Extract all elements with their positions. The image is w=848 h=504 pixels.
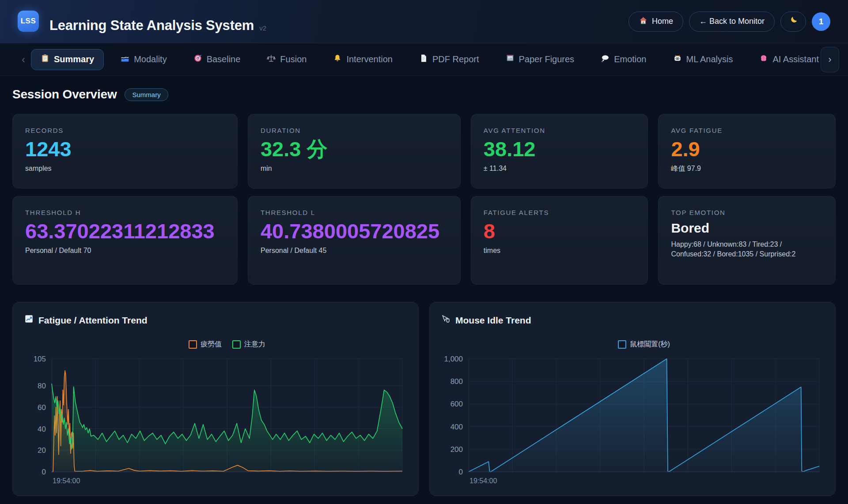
- legend-label: 鼠標闒置(秒): [630, 340, 670, 349]
- mouse-icon: [441, 314, 450, 327]
- legend-swatch: [189, 340, 197, 349]
- app-title: Learning State Analysis System: [49, 19, 254, 32]
- svg-text:0: 0: [459, 468, 463, 476]
- tabs-scroll-right-button[interactable]: ›: [821, 47, 839, 72]
- legend-item[interactable]: 注意力: [232, 340, 265, 349]
- moon-icon: [788, 15, 798, 27]
- back-to-monitor-label: ← Back to Monitor: [699, 17, 765, 26]
- page-title: Session Overview: [12, 87, 117, 102]
- svg-text:600: 600: [450, 400, 463, 408]
- home-button-label: Home: [652, 17, 673, 26]
- notification-badge[interactable]: 1: [812, 12, 830, 31]
- tab-emotion[interactable]: Emotion: [591, 49, 656, 70]
- card-label: DURATION: [261, 126, 448, 135]
- clipboard-icon: [41, 54, 49, 65]
- dark-mode-toggle[interactable]: [780, 11, 806, 32]
- svg-text:80: 80: [38, 382, 46, 390]
- svg-text:105: 105: [34, 355, 46, 363]
- card-sub: ± 11.34: [484, 164, 636, 173]
- wave-icon: [121, 54, 129, 65]
- section-header: Session Overview Summary: [12, 87, 836, 102]
- tab-baseline[interactable]: Baseline: [184, 49, 250, 70]
- metric-card-top-emotion: TOP EMOTION Bored Happy:68 / Unknown:83 …: [658, 196, 836, 285]
- legend-item[interactable]: 疲勞值: [189, 340, 222, 349]
- tab-bar: ‹ Summary Modality: [0, 43, 848, 76]
- robot-icon: [673, 54, 682, 65]
- app-header: LSS Learning State Analysis System v2 Ho…: [0, 0, 848, 43]
- metric-card-grid: RECORDS 1243 samples DURATION 32.3 分 min…: [12, 114, 836, 285]
- tab-ml-analysis[interactable]: ML Analysis: [663, 49, 743, 70]
- chart-legend: 疲勞值 注意力: [24, 337, 407, 352]
- card-label: THRESHOLD H: [25, 208, 225, 218]
- app-logo: LSS: [18, 11, 39, 32]
- svg-text:0: 0: [42, 468, 46, 476]
- card-sub: Happy:68 / Unknown:83 / Tired:23 / Confu…: [671, 240, 823, 260]
- legend-item[interactable]: 鼠標闒置(秒): [618, 340, 670, 349]
- svg-text:400: 400: [450, 423, 463, 431]
- svg-text:40: 40: [38, 425, 46, 433]
- legend-swatch: [232, 340, 241, 349]
- metric-card-avg-attention: AVG ATTENTION 38.12 ± 11.34: [471, 114, 648, 188]
- chart-legend: 鼠標闒置(秒): [441, 337, 824, 352]
- tab-intervention[interactable]: Intervention: [323, 49, 402, 70]
- metric-card-threshold-h: THRESHOLD H 63.37022311212833 Personal /…: [12, 196, 238, 285]
- tab-label: ML Analysis: [686, 54, 733, 64]
- card-sub: min: [261, 164, 448, 173]
- thought-balloon-icon: [601, 54, 610, 65]
- tab-summary[interactable]: Summary: [31, 49, 104, 70]
- card-label: THRESHOLD L: [261, 208, 448, 218]
- card-value: 63.37022311212833: [25, 219, 225, 244]
- panel-title-label: Fatigue / Attention Trend: [38, 314, 148, 327]
- brand: LSS Learning State Analysis System v2: [18, 11, 266, 32]
- legend-swatch: [618, 340, 626, 349]
- tab-ai-assistant[interactable]: AI Assistant: [750, 49, 829, 70]
- fatigue-attention-chart: 02040608010519:54:00: [24, 355, 407, 488]
- brain-icon: [759, 54, 768, 65]
- document-icon: [419, 54, 428, 65]
- card-sub: times: [484, 246, 636, 256]
- house-icon: [639, 16, 648, 27]
- card-value: 32.3 分: [261, 137, 448, 162]
- chart-panels: Fatigue / Attention Trend 疲勞值 注意力 020406…: [12, 302, 836, 496]
- tab-label: Paper Figures: [519, 54, 575, 64]
- tab-paper-figures[interactable]: Paper Figures: [496, 49, 584, 70]
- mouse-idle-panel: Mouse Idle Trend 鼠標闒置(秒) 02004006008001,…: [429, 302, 836, 496]
- header-actions: Home ← Back to Monitor 1: [628, 11, 830, 32]
- tab-list: Summary Modality Baseline: [31, 49, 848, 70]
- back-to-monitor-button[interactable]: ← Back to Monitor: [689, 11, 775, 32]
- card-value: Bored: [671, 219, 823, 237]
- fatigue-attention-panel: Fatigue / Attention Trend 疲勞值 注意力 020406…: [12, 302, 419, 496]
- metric-card-duration: DURATION 32.3 分 min: [248, 114, 461, 188]
- panel-title: Fatigue / Attention Trend: [24, 314, 407, 327]
- picture-frame-icon: [506, 54, 515, 65]
- tab-modality[interactable]: Modality: [111, 49, 176, 70]
- card-value: 38.12: [484, 137, 636, 162]
- tab-label: Summary: [54, 54, 94, 64]
- svg-text:60: 60: [38, 403, 46, 412]
- version-label: v2: [259, 25, 266, 32]
- card-label: TOP EMOTION: [671, 208, 823, 218]
- chart-series-area: [469, 359, 819, 472]
- home-button[interactable]: Home: [628, 11, 683, 32]
- tab-pdf-report[interactable]: PDF Report: [409, 49, 489, 70]
- card-label: AVG FATIGUE: [671, 126, 823, 135]
- tab-fusion[interactable]: Fusion: [257, 49, 316, 70]
- status-badge: Summary: [125, 88, 168, 101]
- svg-text:19:54:00: 19:54:00: [53, 477, 80, 485]
- tab-label: AI Assistant: [772, 54, 819, 64]
- target-icon: [193, 54, 202, 65]
- panel-title-label: Mouse Idle Trend: [455, 314, 531, 327]
- card-sub: samples: [25, 164, 225, 173]
- card-label: AVG ATTENTION: [484, 126, 636, 135]
- legend-label: 注意力: [244, 340, 265, 349]
- card-value: 1243: [25, 137, 225, 162]
- scales-icon: [267, 54, 276, 65]
- svg-text:1,000: 1,000: [444, 355, 463, 363]
- tab-label: Baseline: [207, 54, 241, 64]
- tabs-scroll-left-button[interactable]: ‹: [16, 54, 31, 65]
- svg-text:19:54:00: 19:54:00: [469, 477, 497, 485]
- svg-text:20: 20: [38, 446, 46, 455]
- legend-label: 疲勞值: [201, 340, 222, 349]
- main-content: Session Overview Summary RECORDS 1243 sa…: [0, 76, 848, 496]
- svg-text:800: 800: [450, 377, 463, 386]
